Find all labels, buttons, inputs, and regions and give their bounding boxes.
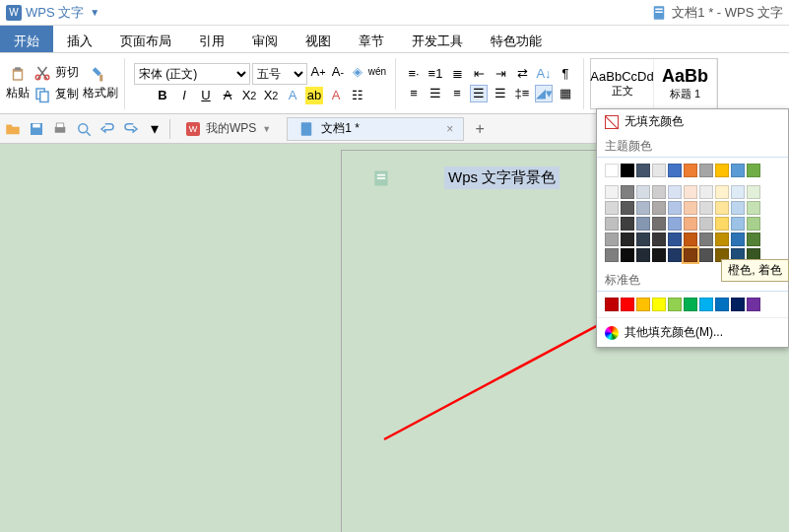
tab-doc1[interactable]: 文档1 * × <box>287 117 464 141</box>
tab-my-wps[interactable]: W 我的WPS ▼ <box>176 117 281 141</box>
tab-special[interactable]: 特色功能 <box>477 26 556 52</box>
color-swatch[interactable] <box>636 164 650 177</box>
chevron-down-icon[interactable]: ▼ <box>262 124 271 134</box>
cut-button[interactable]: 剪切 <box>33 64 79 82</box>
color-swatch[interactable] <box>652 298 666 311</box>
tab-view[interactable]: 视图 <box>292 26 345 52</box>
color-swatch[interactable] <box>668 233 682 246</box>
color-swatch[interactable] <box>731 164 745 177</box>
color-swatch[interactable] <box>684 248 697 262</box>
tab-review[interactable]: 审阅 <box>238 26 292 52</box>
color-swatch[interactable] <box>715 298 729 311</box>
color-swatch[interactable] <box>715 233 729 246</box>
color-swatch[interactable] <box>715 164 729 177</box>
color-swatch[interactable] <box>605 201 619 215</box>
save-button[interactable] <box>28 120 45 138</box>
color-swatch[interactable] <box>621 248 634 262</box>
more-colors-button[interactable]: 其他填充颜色(M)... <box>597 317 788 347</box>
color-swatch[interactable] <box>652 248 666 262</box>
color-swatch[interactable] <box>652 233 666 246</box>
color-swatch[interactable] <box>636 233 650 246</box>
bullets-button[interactable]: ≡· <box>405 65 423 83</box>
color-swatch[interactable] <box>715 185 729 199</box>
color-swatch[interactable] <box>747 217 760 231</box>
color-swatch[interactable] <box>699 233 713 246</box>
clear-format-button[interactable]: ◈ <box>349 63 366 81</box>
phonetic-button[interactable]: wén <box>368 63 386 81</box>
multilevel-button[interactable]: ≣ <box>448 65 466 83</box>
color-swatch[interactable] <box>636 298 650 311</box>
align-center-button[interactable]: ☰ <box>427 85 444 102</box>
color-swatch[interactable] <box>605 185 619 199</box>
color-swatch[interactable] <box>747 164 760 177</box>
color-swatch[interactable] <box>747 233 760 246</box>
shading-button[interactable]: ◢▾ <box>535 85 553 102</box>
color-swatch[interactable] <box>652 201 666 215</box>
color-swatch[interactable] <box>699 185 713 199</box>
no-fill-option[interactable]: 无填充颜色 <box>597 109 788 134</box>
indent-dec-button[interactable]: ⇤ <box>470 65 488 83</box>
redo-button[interactable] <box>122 120 140 138</box>
color-swatch[interactable] <box>605 217 619 231</box>
color-swatch[interactable] <box>684 201 697 215</box>
color-swatch[interactable] <box>699 248 713 262</box>
color-swatch[interactable] <box>605 248 619 262</box>
sort-button[interactable]: A↓ <box>535 65 553 83</box>
color-swatch[interactable] <box>684 164 697 177</box>
numbering-button[interactable]: ≡1 <box>427 65 444 83</box>
tab-chapter[interactable]: 章节 <box>345 26 398 52</box>
font-color2-button[interactable]: A <box>327 87 345 104</box>
color-swatch[interactable] <box>621 164 634 177</box>
color-swatch[interactable] <box>699 164 713 177</box>
align-left-button[interactable]: ≡ <box>405 85 423 102</box>
color-swatch[interactable] <box>605 164 619 177</box>
font-size-select[interactable]: 五号 <box>252 63 307 85</box>
tab-dev[interactable]: 开发工具 <box>398 26 477 52</box>
color-swatch[interactable] <box>668 248 682 262</box>
color-swatch[interactable] <box>621 217 634 231</box>
tab-stops-button[interactable]: ⇄ <box>513 65 531 83</box>
copy-button[interactable]: 复制 <box>33 86 79 103</box>
color-swatch[interactable] <box>715 201 729 215</box>
format-brush-button[interactable]: 格式刷 <box>83 65 118 101</box>
more-qat-icon[interactable]: ▾ <box>146 120 164 138</box>
strike-button[interactable]: A <box>219 87 236 104</box>
preview-button[interactable] <box>75 120 93 138</box>
color-swatch[interactable] <box>699 298 713 311</box>
color-swatch[interactable] <box>668 164 682 177</box>
color-swatch[interactable] <box>668 217 682 231</box>
selected-text[interactable]: Wps 文字背景色 <box>444 166 559 189</box>
tab-start[interactable]: 开始 <box>0 26 53 52</box>
show-marks-button[interactable]: ¶ <box>557 65 574 83</box>
close-icon[interactable]: × <box>446 122 453 136</box>
color-swatch[interactable] <box>652 185 666 199</box>
font-family-select[interactable]: 宋体 (正文) <box>134 63 250 85</box>
undo-button[interactable] <box>99 120 116 138</box>
align-justify-button[interactable]: ☰ <box>470 85 488 102</box>
color-swatch[interactable] <box>731 217 745 231</box>
color-swatch[interactable] <box>668 298 682 311</box>
print-button[interactable] <box>51 120 69 138</box>
tab-insert[interactable]: 插入 <box>53 26 106 52</box>
color-swatch[interactable] <box>668 201 682 215</box>
color-swatch[interactable] <box>636 217 650 231</box>
color-swatch[interactable] <box>652 217 666 231</box>
open-button[interactable] <box>4 120 22 138</box>
subscript-button[interactable]: X2 <box>262 87 280 104</box>
color-swatch[interactable] <box>621 185 634 199</box>
color-swatch[interactable] <box>731 233 745 246</box>
align-right-button[interactable]: ≡ <box>448 85 466 102</box>
border-button[interactable]: ▦ <box>557 85 574 102</box>
color-swatch[interactable] <box>605 298 619 311</box>
color-swatch[interactable] <box>684 217 697 231</box>
tab-layout[interactable]: 页面布局 <box>106 26 185 52</box>
char-shading-button[interactable]: ☷ <box>349 87 366 104</box>
paste-button[interactable]: 粘贴 <box>6 65 30 101</box>
color-swatch[interactable] <box>636 201 650 215</box>
color-swatch[interactable] <box>699 217 713 231</box>
font-color-button[interactable]: A <box>284 87 301 104</box>
color-swatch[interactable] <box>621 233 634 246</box>
add-tab-button[interactable]: + <box>470 120 490 138</box>
indent-inc-button[interactable]: ⇥ <box>492 65 509 83</box>
color-swatch[interactable] <box>684 185 697 199</box>
